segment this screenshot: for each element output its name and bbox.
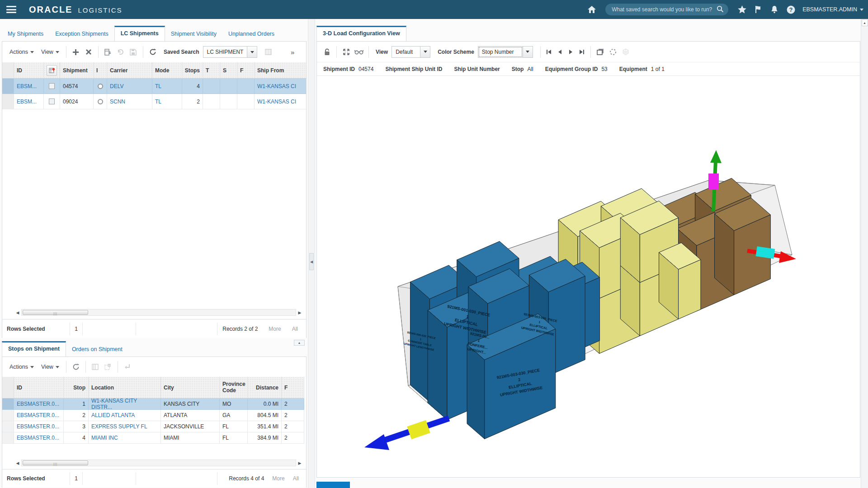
scroll-right-icon[interactable]: ▶ (296, 460, 303, 466)
tab-shipment-visibility[interactable]: Shipment Visibility (165, 27, 222, 42)
hamburger-menu-icon[interactable] (6, 6, 16, 13)
stop-row-3[interactable]: EBSMASTER.0... 3 EXPRESS SUPPLY FL JACKS… (2, 421, 306, 432)
tab-my-shipments[interactable]: My Shipments (2, 27, 49, 42)
next-equipment-icon[interactable] (566, 47, 576, 57)
lc-shipments-hscrollbar[interactable]: ◀ ||| ▶ (14, 309, 303, 316)
stop-row-1[interactable]: EBSMASTER.0... 1 W1-KANSAS CITY DISTR...… (2, 399, 306, 410)
panel-splitter[interactable]: ◀ (308, 19, 315, 488)
lock-icon[interactable] (321, 46, 333, 58)
col-city[interactable]: City (161, 377, 220, 399)
view-menu[interactable]: View (38, 364, 63, 370)
stop-row-2[interactable]: EBSMASTER.0... 2 ALLIED ATLANTA ATLANTA … (2, 410, 306, 421)
undo-icon[interactable] (114, 46, 127, 58)
location-link[interactable]: W1-KANSAS CITY DISTR... (91, 398, 158, 410)
shipment-id-link[interactable]: EBSM... (17, 83, 37, 89)
scroll-right-icon[interactable]: ▶ (296, 309, 303, 316)
home-icon[interactable] (584, 3, 600, 16)
carrier-link[interactable]: SCNN (110, 99, 125, 105)
tab-unplanned-orders[interactable]: Unplanned Orders (222, 27, 280, 42)
location-link[interactable]: EXPRESS SUPPLY FL (91, 423, 147, 430)
view-combo[interactable]: Default (392, 46, 430, 58)
stop-row-4[interactable]: EBSMASTER.0... 4 MIAMI INC MIAMI FL 384.… (2, 432, 306, 444)
col-s[interactable]: S (220, 62, 237, 79)
ship-from-link[interactable]: W1-KANSAS CI (257, 99, 296, 105)
last-equipment-icon[interactable] (576, 47, 587, 57)
view-dropdown-icon[interactable] (420, 46, 430, 58)
load-3d-viewport[interactable]: 921MS-001-030_PIECE1ELLIPTICALUPRIGHT WI… (317, 76, 860, 477)
shipment-row-1[interactable]: EBSM... 04574 DELV TL 4 W1-KANSAS CI (2, 79, 306, 94)
help-icon[interactable]: ? (783, 3, 799, 16)
col-stop[interactable]: Stop (64, 377, 89, 399)
rotate-view-icon[interactable] (607, 46, 619, 58)
detach-grid-icon[interactable] (262, 46, 274, 58)
col-extra[interactable]: F (282, 377, 304, 399)
previous-equipment-icon[interactable] (555, 47, 566, 57)
saved-search-dropdown-icon[interactable] (247, 46, 257, 58)
splitter-collapse-icon[interactable]: ◀ (309, 253, 314, 270)
col-f[interactable]: F (237, 62, 255, 79)
shipment-row-2[interactable]: EBSM... 09024 SCNN TL 2 W1-KANSAS CI (2, 94, 306, 109)
flag-icon[interactable] (750, 3, 766, 16)
row-checkbox[interactable] (49, 99, 55, 104)
map-pin-column-icon[interactable] (47, 65, 57, 76)
notifications-bell-icon[interactable] (766, 3, 783, 16)
tab-stops-on-shipment[interactable]: Stops on Shipment (2, 341, 66, 357)
refresh-icon[interactable] (70, 361, 82, 373)
row-checkbox[interactable] (49, 83, 55, 89)
actions-menu[interactable]: Actions (6, 49, 38, 55)
refresh-icon[interactable] (146, 46, 159, 58)
stop-id-link[interactable]: EBSMASTER.0... (17, 401, 59, 407)
col-id[interactable]: ID (14, 62, 44, 79)
color-scheme-combo[interactable]: Stop Number (478, 46, 533, 58)
delete-row-icon[interactable] (82, 46, 95, 58)
tab-orders-on-shipment[interactable]: Orders on Shipment (66, 342, 128, 357)
view-menu[interactable]: View (38, 49, 63, 55)
actions-menu[interactable]: Actions (6, 364, 38, 370)
records-all-link[interactable]: All (292, 326, 298, 332)
col-carrier[interactable]: Carrier (107, 62, 152, 79)
location-link[interactable]: ALLIED ATLANTA (91, 412, 135, 418)
load-3d-scene[interactable]: 921MS-001-030_PIECE1ELLIPTICALUPRIGHT WI… (317, 76, 860, 477)
saved-search-bar[interactable] (605, 4, 728, 15)
cube-view-icon[interactable] (619, 46, 632, 58)
col-location[interactable]: Location (89, 377, 161, 399)
stop-id-link[interactable]: EBSMASTER.0... (17, 423, 59, 430)
records-all-link[interactable]: All (293, 475, 299, 482)
go-to-task-icon[interactable] (121, 361, 134, 373)
stop-id-link[interactable]: EBSMASTER.0... (17, 412, 59, 418)
overflow-chevrons-icon[interactable]: » (286, 46, 299, 58)
save-icon[interactable] (127, 46, 140, 58)
blue-cargo-box[interactable] (428, 310, 447, 420)
freeze-columns-icon[interactable] (89, 361, 102, 373)
fit-to-window-icon[interactable] (340, 46, 353, 58)
location-link[interactable]: MIAMI INC (91, 435, 118, 441)
tab-3d-load-configuration-view[interactable]: 3-D Load Configuration View (316, 26, 406, 42)
scroll-left-icon[interactable]: ◀ (14, 460, 21, 466)
blue-cargo-box[interactable] (467, 345, 485, 439)
col-i[interactable]: I (94, 62, 107, 79)
add-row-icon[interactable] (70, 46, 82, 58)
tab-lc-shipments[interactable]: LC Shipments (114, 26, 165, 42)
scroll-up-icon[interactable]: ▲ (862, 19, 868, 26)
col-shipment[interactable]: Shipment (60, 62, 94, 79)
mode-link[interactable]: TL (155, 99, 161, 105)
first-equipment-icon[interactable] (544, 47, 555, 57)
col-t[interactable]: T (203, 62, 220, 79)
layers-icon[interactable] (594, 46, 607, 58)
col-ship-from[interactable]: Ship From (255, 62, 306, 79)
cargo-boxes[interactable]: 921MS-001-030_PIECE1ELLIPTICALUPRIGHT WI… (403, 178, 770, 439)
col-distance[interactable]: Distance (248, 377, 282, 399)
col-stops[interactable]: Stops (182, 62, 203, 79)
user-menu[interactable]: EBSMASTER.ADMIN (802, 6, 863, 13)
col-province-code[interactable]: Province Code (220, 377, 248, 399)
mode-link[interactable]: TL (155, 83, 161, 89)
favorites-star-icon[interactable] (734, 3, 750, 16)
freeze-columns-icon[interactable] (102, 46, 114, 58)
saved-search-input[interactable] (612, 6, 717, 13)
records-more-link[interactable]: More (272, 475, 284, 482)
col-mode[interactable]: Mode (152, 62, 182, 79)
search-icon[interactable] (717, 5, 724, 14)
tab-exception-shipments[interactable]: Exception Shipments (49, 27, 114, 42)
saved-search-combo[interactable]: LC SHIPMENT (203, 46, 258, 58)
color-scheme-dropdown-icon[interactable] (523, 46, 533, 58)
